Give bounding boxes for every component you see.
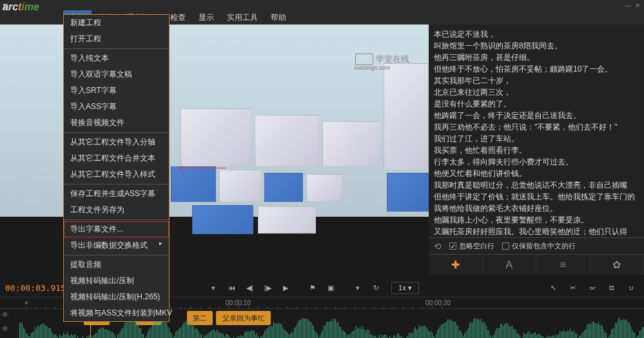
checkbox-ignore-blank[interactable]: ✓ 忽略空白行: [449, 241, 494, 251]
text-tab-3[interactable]: ✿: [590, 255, 645, 275]
transcript-line[interactable]: 但他终于讲定了价钱；就送我上车。他给我拣定了靠车门的: [434, 191, 639, 203]
timecode: 00:00:03.915: [5, 283, 66, 293]
text-tab-1[interactable]: A: [483, 255, 537, 275]
speed-selector[interactable]: 1x ▾: [391, 282, 419, 294]
menu-item[interactable]: 从其它工程文件导入分轴: [64, 134, 169, 150]
transcript-line[interactable]: 其实我那年已二十岁，: [434, 75, 639, 86]
transcript-line[interactable]: 他便又忙着和他们讲价钱。: [434, 168, 639, 179]
skip-back-icon[interactable]: ⏮: [224, 281, 239, 294]
menu-item[interactable]: 从其它工程文件合并文本: [64, 150, 169, 166]
transcript-line[interactable]: 他嘱我路上小心，夜里要警醒些，不要受凉。: [434, 214, 639, 226]
transcript-line[interactable]: 叫旅馆里一个熟识的茶房8陪我同去。: [434, 40, 639, 52]
pointer-icon[interactable]: ↖: [546, 281, 561, 294]
step-back-icon[interactable]: ◀|: [242, 281, 257, 294]
ruler-tick: 00:00:10: [226, 299, 251, 306]
text-tab-0[interactable]: ✚: [429, 255, 483, 275]
menu-item[interactable]: 打开工程: [64, 31, 169, 47]
minimize-icon[interactable]: —: [625, 2, 631, 8]
menu-item[interactable]: 视频转码输出/压制: [64, 273, 169, 289]
menu-item[interactable]: 将视频与ASS文件封装到MKV: [64, 305, 169, 321]
transcript-line[interactable]: 又嘱托茶房好好照应我。我心里暗笑他的迂；他们只认得: [434, 226, 639, 237]
annotation-arrow: [181, 168, 226, 168]
flag-icon[interactable]: ⚑: [305, 281, 320, 294]
transcript-line[interactable]: 我那时真是聪明过分，总觉他说话不大漂亮，非自己插嘴: [434, 179, 639, 191]
maximize-icon[interactable]: ✕: [635, 2, 641, 8]
transcript-line[interactable]: 是没有什么要紧的了。: [434, 98, 639, 110]
text-tab-2[interactable]: ≡: [536, 255, 590, 275]
play-icon[interactable]: ▶: [278, 281, 293, 294]
menu-item[interactable]: 提取音频: [64, 257, 169, 273]
menu-5[interactable]: 实用工具: [220, 10, 264, 25]
menu-item[interactable]: 保存工程并生成ASS字幕: [64, 186, 169, 202]
menu-item[interactable]: 导入纯文本: [64, 50, 169, 66]
repeat-icon[interactable]: ↻: [368, 281, 384, 294]
down-icon[interactable]: ▾: [350, 281, 366, 294]
menu-4[interactable]: 显示: [192, 10, 220, 25]
menu-item[interactable]: 替换音视频文件: [64, 115, 169, 131]
ruler-tick: +: [24, 299, 28, 306]
menu-item[interactable]: 工程文件另存为: [64, 202, 169, 218]
checkbox-chinese-only[interactable]: 仅保留包含中文的行: [502, 241, 576, 251]
transcript-line[interactable]: 我再三劝他不必去；他只说："不要紧，他们去不好！": [434, 121, 639, 133]
ruler-tick: 00:00:20: [425, 299, 451, 306]
app-logo: arctime: [3, 1, 39, 13]
refresh-icon[interactable]: ⟲: [434, 241, 442, 252]
menu-item[interactable]: 导入SRT字幕: [64, 83, 169, 99]
menu-item[interactable]: 导入双语字幕文稿: [64, 66, 169, 83]
transcript-line[interactable]: 北京已来往过两三次，: [434, 86, 639, 98]
video-watermark: 学堂在线: [355, 54, 409, 65]
transcript-line[interactable]: 行李太多，得向脚夫行些小费才可过去。: [434, 156, 639, 168]
transcript-line[interactable]: 我们过了江，进了车站。: [434, 133, 639, 144]
menu-item[interactable]: 新建工程: [64, 15, 169, 31]
cut-icon[interactable]: ✂: [565, 281, 581, 294]
file-menu-dropdown: 新建工程打开工程导入纯文本导入双语字幕文稿导入SRT字幕导入ASS字幕替换音视频…: [63, 14, 170, 322]
transcript-line[interactable]: 我买票，他忙着照看行李。: [434, 144, 639, 156]
transcript-line[interactable]: 本已说定不送我，: [434, 28, 639, 40]
camera-icon[interactable]: ▣: [323, 281, 338, 294]
menu-item[interactable]: 视频转码输出/压制(H.265): [64, 289, 169, 305]
video-watermark-sub: xuetangx.com: [354, 65, 390, 71]
transcript-text[interactable]: 本已说定不送我，叫旅馆里一个熟识的茶房8陪我同去。他再三嘱咐茶房，甚是仔细。但他…: [429, 25, 644, 237]
menu-6[interactable]: 帮助: [264, 10, 293, 25]
menu-item[interactable]: 导出字幕文件...: [64, 221, 169, 237]
menu-item[interactable]: 导入ASS字幕: [64, 99, 169, 115]
transcript-line[interactable]: 我将他给我做的紫毛大衣铺好座位。: [434, 203, 639, 214]
link-icon[interactable]: ⫘: [585, 281, 600, 294]
transcript-line[interactable]: 他踌躇了一会，终于决定还是自己送我去。: [434, 110, 639, 121]
transcript-panel: 本已说定不送我，叫旅馆里一个熟识的茶房8陪我同去。他再三嘱咐茶房，甚是仔细。但他…: [429, 25, 644, 275]
copy-icon[interactable]: ⧉: [604, 281, 620, 294]
transcript-line[interactable]: 他再三嘱咐茶房，甚是仔细。: [434, 52, 639, 63]
magnet-icon[interactable]: ∪: [623, 281, 639, 294]
prev-marker-icon[interactable]: ▾: [206, 281, 221, 294]
menu-item[interactable]: 导出非编数据交换格式: [64, 237, 169, 254]
transcript-line[interactable]: 但他终于不放心，怕茶房不妥帖；颇踌躇10了一会。: [434, 63, 639, 75]
menu-item[interactable]: 从其它工程文件导入样式: [64, 166, 169, 183]
step-fwd-icon[interactable]: |▶: [260, 281, 275, 294]
